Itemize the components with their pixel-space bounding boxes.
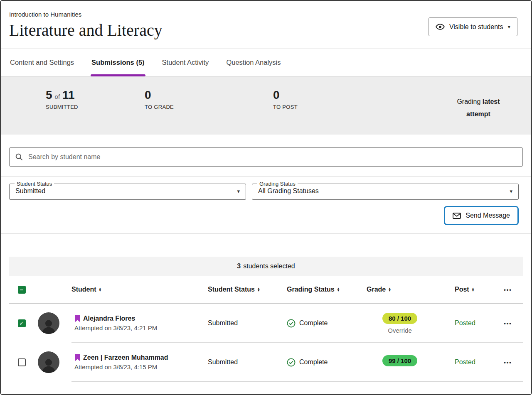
minus-icon: − xyxy=(20,286,24,293)
column-header-post[interactable]: Post ▴▾ xyxy=(441,286,491,293)
visible-to-students-label: Visible to students xyxy=(449,23,503,31)
grade-cell: 80 / 100 Override xyxy=(358,313,441,334)
stat-submitted: 5of11 SUBMITTED xyxy=(46,89,78,110)
column-header-student[interactable]: Student ▴▾ xyxy=(63,286,200,293)
row-checkbox[interactable] xyxy=(18,358,26,366)
row-checkbox[interactable]: ✓ xyxy=(18,319,26,327)
tab-submissions[interactable]: Submissions (5) xyxy=(91,49,145,76)
table-header-row: − Student ▴▾ Student Status ▴▾ Grading S… xyxy=(9,276,523,304)
posted-button[interactable]: Posted xyxy=(455,319,475,327)
row-overflow-menu-icon[interactable]: ••• xyxy=(504,359,512,366)
sort-icon: ▴▾ xyxy=(337,287,340,292)
student-name: Zeen | Farzeen Muhammad xyxy=(83,354,168,361)
to-grade-count: 0 xyxy=(145,89,174,102)
visible-to-students-button[interactable]: Visible to students ▾ xyxy=(429,17,517,36)
to-grade-label: TO GRADE xyxy=(145,104,174,110)
table-row: Zeen | Farzeen Muhammad Attempted on 3/6… xyxy=(9,343,523,382)
tab-question-analysis[interactable]: Question Analysis xyxy=(225,49,281,76)
to-post-label: TO POST xyxy=(273,104,298,110)
column-header-grade[interactable]: Grade ▴▾ xyxy=(358,286,441,293)
attempted-timestamp: Attempted on 3/6/23, 4:21 PM xyxy=(74,324,200,331)
send-message-button[interactable]: Send Message xyxy=(444,206,519,225)
chevron-down-icon: ▾ xyxy=(237,189,240,194)
search-input[interactable] xyxy=(28,153,517,161)
tab-student-activity[interactable]: Student Activity xyxy=(161,49,210,76)
grading-note-prefix: Grading xyxy=(457,98,480,105)
grading-status-label: Grading Status xyxy=(257,181,298,187)
selected-text: students selected xyxy=(243,263,295,270)
send-message-label: Send Message xyxy=(466,212,510,219)
row-overflow-menu-icon[interactable]: ••• xyxy=(504,320,512,326)
student-status-dropdown[interactable]: Student Status Submitted ▾ xyxy=(9,181,246,200)
grading-status-value: Complete xyxy=(299,319,328,327)
sort-icon: ▴▾ xyxy=(99,287,101,292)
column-header-grading-status[interactable]: Grading Status ▴▾ xyxy=(278,286,358,293)
student-status-label: Student Status xyxy=(15,181,54,187)
selected-count: 3 xyxy=(237,263,241,270)
stat-to-grade: 0 TO GRADE xyxy=(145,89,174,110)
grading-attempt-note: Grading latest attempt xyxy=(449,96,507,120)
complete-check-icon xyxy=(287,319,296,328)
student-name-cell[interactable]: Alejandra Flores Attempted on 3/6/23, 4:… xyxy=(63,315,200,331)
bookmark-icon xyxy=(74,315,81,322)
check-icon: ✓ xyxy=(20,320,24,326)
chevron-down-icon: ▾ xyxy=(507,24,510,29)
student-status-value: Submitted xyxy=(200,358,278,366)
breadcrumb-course-name: Introduction to Humanities xyxy=(9,11,523,18)
select-all-checkbox[interactable]: − xyxy=(18,286,26,294)
grading-status-value: Complete xyxy=(299,358,328,366)
grading-status-dropdown[interactable]: Grading Status All Grading Statuses ▾ xyxy=(252,181,519,200)
complete-check-icon xyxy=(287,358,296,367)
submitted-count: 5 xyxy=(46,88,52,101)
sort-icon: ▴▾ xyxy=(472,287,474,292)
table-row: ✓ Alejandra Flores Attempted on 3/6/23, … xyxy=(9,304,523,343)
sort-icon: ▴▾ xyxy=(258,287,260,292)
stats-strip: 5of11 SUBMITTED 0 TO GRADE 0 TO POST Gra… xyxy=(1,76,531,135)
submitted-total: 11 xyxy=(62,88,75,101)
posted-button[interactable]: Posted xyxy=(455,358,475,366)
assessment-submissions-page: Introduction to Humanities Literature an… xyxy=(0,0,532,395)
tab-bar: Content and Settings Submissions (5) Stu… xyxy=(1,49,531,76)
page-header: Introduction to Humanities Literature an… xyxy=(1,1,531,49)
avatar xyxy=(38,351,59,373)
grade-pill[interactable]: 99 / 100 xyxy=(382,355,417,366)
attempted-timestamp: Attempted on 3/6/23, 4:15 PM xyxy=(74,363,200,370)
student-name: Alejandra Flores xyxy=(83,315,135,322)
stat-to-post: 0 TO POST xyxy=(273,89,298,110)
eye-icon xyxy=(436,24,445,30)
bookmark-icon xyxy=(74,354,81,361)
student-status-value: Submitted xyxy=(200,319,278,327)
submissions-table: 3 students selected − Student ▴▾ Student… xyxy=(9,257,523,382)
selection-summary-bar: 3 students selected xyxy=(9,257,523,276)
grade-cell: 99 / 100 xyxy=(358,355,441,369)
table-overflow-menu-icon[interactable]: ••• xyxy=(504,287,512,293)
student-name-cell[interactable]: Zeen | Farzeen Muhammad Attempted on 3/6… xyxy=(63,354,200,370)
sort-icon: ▴▾ xyxy=(389,287,391,292)
avatar xyxy=(38,312,59,334)
submitted-label: SUBMITTED xyxy=(46,104,78,110)
override-label: Override xyxy=(388,327,412,334)
grading-status-cell: Complete xyxy=(278,319,358,328)
tab-content-and-settings[interactable]: Content and Settings xyxy=(9,49,75,76)
to-post-count: 0 xyxy=(273,89,298,102)
grade-pill[interactable]: 80 / 100 xyxy=(382,313,417,324)
grading-status-value: All Grading Statuses xyxy=(258,187,319,195)
search-section xyxy=(1,135,531,177)
submitted-of-label: of xyxy=(55,93,60,100)
grading-status-cell: Complete xyxy=(278,358,358,367)
envelope-icon xyxy=(453,213,461,219)
student-status-value: Submitted xyxy=(15,187,45,195)
search-icon xyxy=(15,153,23,161)
chevron-down-icon: ▾ xyxy=(510,189,512,194)
column-header-student-status[interactable]: Student Status ▴▾ xyxy=(200,286,278,293)
filters-section: Student Status Submitted ▾ Grading Statu… xyxy=(1,177,531,234)
search-box xyxy=(9,147,523,167)
